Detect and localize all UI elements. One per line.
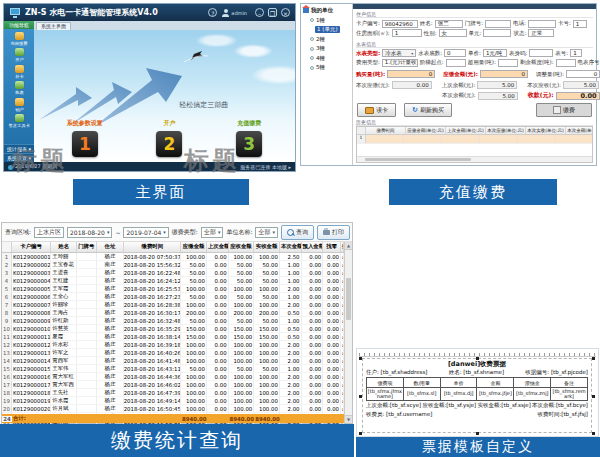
table-row[interactable]: 16 K0129000016 贾大军红 杨庄 2018-08-20 16:44:… [2,373,344,381]
table-row[interactable]: 7 K0129000007 许丽珍 杨庄 2018-08-20 16:28:38… [2,301,344,309]
vertical-scrollbar[interactable]: ▲ ▼ [344,242,352,423]
receipt-template[interactable]: [danwei]收费票据 住户: [tb_sf.shaddress] 姓名: [… [362,358,592,433]
col-header[interactable]: 缴费时间 [124,242,181,252]
area-field[interactable]: 1 [392,29,422,37]
col-header[interactable]: 应缴金额 [181,242,207,252]
meter-no-field[interactable]: 1 [570,49,582,57]
meter-code-field[interactable] [529,49,553,57]
table-row[interactable]: 9 K0129000009 许红勋 杨庄 2018-08-20 16:32:48… [2,317,344,325]
adjust-field[interactable]: 0 [566,70,600,78]
table-row[interactable]: 14 K0129000014 贾西军 杨庄 2018-08-20 16:41:4… [2,357,344,365]
sidebar-item[interactable]: 换表 [15,81,24,95]
step-1[interactable]: 系统参数设置 1 [67,119,103,157]
col-header[interactable]: 实收金额 [254,242,280,252]
col-header[interactable]: 上次金额 [207,242,229,252]
close-icon[interactable]: × [281,8,290,17]
tab-home[interactable]: 系统主界面 [36,22,71,30]
table-row[interactable]: 17 K0129000017 贾大军西 杨庄 2018-08-20 16:46:… [2,381,344,389]
ladder-field[interactable] [446,59,466,67]
tree-node[interactable]: 5幢 [310,64,350,71]
pay-button[interactable]: 缴费 [536,103,592,117]
read-card-button[interactable]: 读卡 [357,103,396,117]
scrollbar-thumb[interactable] [365,158,471,161]
selection-handle[interactable] [476,357,479,360]
col-header[interactable]: 本次金额 [280,242,302,252]
table-row[interactable]: 19 K0129000019 许水霞 杨庄 2018-08-20 16:49:1… [2,397,344,405]
col-header[interactable]: 门牌号 [77,242,97,252]
remain-field[interactable] [556,59,576,67]
tree-root[interactable]: 我的单位 [303,7,350,14]
selection-handle[interactable] [359,432,362,435]
table-row[interactable]: 15 K0129000015 王军伟 杨庄 2018-08-20 16:43:1… [2,365,344,373]
table-row[interactable]: 10 K0129000010 许慧英 杨庄 2018-08-20 16:35:2… [2,325,344,333]
table-row[interactable]: 2 K0129000002 王宝春花 南庄 2018-08-20 15:56:3… [2,261,344,269]
selection-handle[interactable] [476,432,479,435]
meter-type-select[interactable]: 冷水表▾ [382,49,416,57]
tree-node[interactable]: 2幢 [310,36,350,43]
buy-amount-field[interactable]: 0 [387,70,435,78]
tree-node-selected[interactable]: 1 (单元) [315,26,350,33]
history-column-header[interactable]: 应缴金额(单位:元) [406,127,446,134]
sidebar-item[interactable]: 补卡 [15,65,24,79]
step-3[interactable]: 充值缴费 3 [236,119,262,157]
table-row[interactable]: 20 K0129000020 许月斌 杨庄 2018-08-20 16:50:4… [2,405,344,413]
history-column-header[interactable]: 本次实收(单位:元) [526,127,566,134]
area-input[interactable]: 上水片区 [34,227,64,238]
table-row[interactable]: 5 K0129000005 王军霞 杨庄 2018-08-20 16:25:53… [2,285,344,293]
table-row[interactable]: 3 K0129000003 王进喜 杨庄 2018-08-20 16:22:48… [2,269,344,277]
receipt-title[interactable]: [danwei]收费票据 [366,360,588,368]
card-no-field[interactable]: 98042960 [382,20,418,28]
unit-select[interactable]: 全部▾ [255,227,278,238]
date-from-picker[interactable]: 2018-08-20▾ [67,227,112,238]
meter-base-field[interactable]: 0 [444,49,466,57]
table-row[interactable]: 12 K0129000012 许水彩 杨庄 2018-08-20 16:39:1… [2,341,344,349]
selection-handle[interactable] [592,395,595,398]
tree-node[interactable]: 1幢 [310,17,350,24]
selection-handle[interactable] [359,357,362,360]
table-row[interactable]: 8 K0129000008 王海占 杨庄 2018-08-20 16:30:17… [2,309,344,317]
unit-field[interactable] [483,29,511,37]
selection-handle[interactable] [592,432,595,435]
horizontal-scrollbar[interactable] [357,156,592,162]
collect-field[interactable]: 0.00 [556,92,600,100]
tree-node[interactable]: 4幢 [310,55,350,62]
receipt-table[interactable]: 缴费项 数/用量 单价 金额 滞纳金 备注 [tb_sfmx.jfmxname]… [366,377,588,401]
history-column-header[interactable]: 本次余额(单位:元) [566,127,593,134]
search-button[interactable]: 查询 [281,225,314,240]
print-button[interactable]: 打印 [317,225,350,240]
help-icon[interactable]: ? [208,8,217,17]
gender-field[interactable]: 女 [439,29,467,37]
over-field[interactable] [498,59,518,67]
col-header[interactable]: 预入金额 [302,242,324,252]
scroll-down-icon[interactable]: ▼ [345,415,352,423]
refresh-purchase-button[interactable]: ↻刷新购买 [404,103,452,117]
table-row[interactable]: 4 K0129000004 王红建 杨庄 2018-08-20 16:24:12… [2,277,344,285]
door-no-field[interactable] [485,20,511,28]
col-header[interactable]: 卡户编号 [12,242,51,252]
scroll-up-icon[interactable]: ▲ [345,242,352,250]
sidebar-item[interactable]: 售水工具卡 [8,114,31,128]
fee-type-field[interactable]: 1.(元)计量收费 [382,59,418,67]
col-header[interactable]: 应收金额 [229,242,255,252]
restore-icon[interactable]: ❐ [268,8,277,17]
selection-handle[interactable] [359,395,362,398]
due-amount-field[interactable]: 0 [480,70,528,78]
table-row[interactable]: 6 K0129000006 王全心 杨庄 2018-08-20 16:27:23… [2,293,344,301]
name-field[interactable]: 张三 [435,20,463,28]
sidebar-item[interactable]: 销户 [15,98,24,112]
history-column-header[interactable]: 缴费时间 [366,127,406,134]
user-menu[interactable]: admin [222,8,247,17]
history-column-header[interactable]: 本次应缴(单位:元) [486,127,526,134]
table-row[interactable]: 18 K0129000018 王先社 杨庄 2018-08-20 16:47:3… [2,389,344,397]
col-header[interactable]: 住址 [97,242,125,252]
table-row[interactable]: 1 K0129000001 王玲丽 杨庄 2018-08-20 07:50:37… [2,253,344,261]
card-id-field[interactable]: 1 [573,20,587,28]
history-row[interactable]: 1 [357,135,592,144]
status-field[interactable]: 正常 [528,29,554,37]
table-row[interactable]: 13 K0129000013 许军之 杨庄 2018-08-20 16:40:2… [2,349,344,357]
tree-node[interactable]: 3幢 [310,45,350,52]
step-2[interactable]: 开户 2 [156,119,182,157]
date-to-picker[interactable]: 2019-07-04▾ [123,227,168,238]
col-header[interactable]: 姓名 [51,242,77,252]
history-column-header[interactable]: 上次余额(单位:元) [446,127,486,134]
